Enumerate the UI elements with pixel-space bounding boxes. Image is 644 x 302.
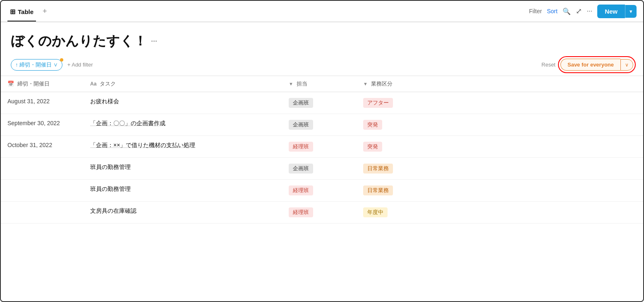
tanto-tag: 企画班 (289, 98, 313, 108)
category-tag: 突発 (363, 142, 382, 152)
category-col-icon: ▼ (363, 81, 368, 86)
table-icon: ⊞ (10, 8, 15, 16)
tanto-cell: 経理班 (282, 202, 357, 224)
reset-filter-button[interactable]: Reset (541, 62, 555, 68)
category-cell: 突発 (357, 136, 643, 158)
category-cell: 日常業務 (357, 180, 643, 202)
tanto-cell: 企画班 (282, 158, 357, 180)
task-col-label: タスク (100, 81, 116, 87)
category-cell: 突発 (357, 114, 643, 136)
save-everyone-button[interactable]: Save for everyone (560, 59, 620, 71)
new-button-group: New ▾ (597, 5, 637, 18)
tanto-cell: 企画班 (282, 92, 357, 114)
tanto-cell: 企画班 (282, 114, 357, 136)
tanto-tag: 経理班 (289, 185, 313, 195)
date-cell (1, 180, 84, 202)
add-view-button[interactable]: + (39, 5, 50, 17)
tanto-tag: 企画班 (289, 164, 313, 174)
date-filter-chip[interactable]: ↑ 締切・開催日 ∨ (11, 59, 62, 71)
task-col-icon: Aa (90, 81, 96, 87)
category-col-label: 業務区分 (371, 81, 393, 87)
resize-icon[interactable]: ⤢ (576, 7, 582, 16)
table-wrapper: 📅 締切・開催日 Aa タスク ▼ 担当 ▼ 業務区分 (1, 76, 643, 301)
category-cell: アフター (357, 92, 643, 114)
date-cell: September 30, 2022 (1, 114, 84, 136)
task-cell: 「企画：〇〇」の企画書作成 (84, 114, 282, 136)
task-cell: 班員の勤務管理 (84, 180, 282, 202)
filter-bar: ↑ 締切・開催日 ∨ + Add filter Reset Save for e… (1, 55, 643, 76)
tanto-tag: 企画班 (289, 120, 313, 130)
tanto-tag: 経理班 (289, 142, 313, 152)
table-row[interactable]: 文房具の在庫確認経理班年度中 (1, 202, 643, 224)
page-header: ぼくのかんりたすく！ ··· (1, 22, 643, 55)
tanto-col-label: 担当 (297, 81, 307, 87)
top-bar: ⊞ Table + Filter Sort 🔍 ⤢ ··· New ▾ (1, 1, 643, 22)
filter-button[interactable]: Filter (529, 8, 542, 14)
table-row[interactable]: September 30, 2022「企画：〇〇」の企画書作成企画班突発 (1, 114, 643, 136)
table-row[interactable]: 班員の勤務管理経理班日常業務 (1, 180, 643, 202)
save-everyone-group: Save for everyone ∨ (560, 59, 633, 71)
add-filter-button[interactable]: + Add filter (67, 62, 93, 68)
col-header-date: 📅 締切・開催日 (1, 76, 84, 92)
tanto-cell: 経理班 (282, 180, 357, 202)
new-button-chevron[interactable]: ▾ (625, 5, 637, 18)
date-cell: August 31, 2022 (1, 92, 84, 114)
search-icon[interactable]: 🔍 (563, 7, 571, 15)
new-button[interactable]: New (597, 5, 625, 18)
sort-button[interactable]: Sort (547, 8, 558, 14)
category-cell: 年度中 (357, 202, 643, 224)
category-cell: 日常業務 (357, 158, 643, 180)
filter-active-dot (60, 58, 63, 62)
date-col-icon: 📅 (7, 81, 14, 87)
task-cell: 文房具の在庫確認 (84, 202, 282, 224)
category-tag: 突発 (363, 120, 382, 130)
col-header-tanto: ▼ 担当 (282, 76, 357, 92)
page-title-more-icon[interactable]: ··· (151, 37, 157, 46)
col-header-category: ▼ 業務区分 (357, 76, 643, 92)
date-filter-label: ↑ 締切・開催日 ∨ (15, 61, 58, 69)
toolbar-actions: Filter Sort 🔍 ⤢ ··· New ▾ (529, 5, 637, 18)
tanto-col-icon: ▼ (289, 81, 293, 86)
more-options-icon[interactable]: ··· (587, 7, 592, 15)
category-tag: 日常業務 (363, 164, 393, 174)
tab-label: Table (18, 8, 34, 15)
date-cell: October 31, 2022 (1, 136, 84, 158)
table-row[interactable]: October 31, 2022「企画：××」で借りた機材の支払い処理経理班突発 (1, 136, 643, 158)
page-title-text: ぼくのかんりたすく！ (11, 32, 147, 50)
tanto-tag: 経理班 (289, 207, 313, 217)
table-row[interactable]: 班員の勤務管理企画班日常業務 (1, 158, 643, 180)
table-header-row: 📅 締切・開催日 Aa タスク ▼ 担当 ▼ 業務区分 (1, 76, 643, 92)
table-tab[interactable]: ⊞ Table (7, 1, 36, 21)
task-cell: お疲れ様会 (84, 92, 282, 114)
tanto-cell: 経理班 (282, 136, 357, 158)
table-row[interactable]: August 31, 2022お疲れ様会企画班アフター (1, 92, 643, 114)
category-tag: 年度中 (363, 207, 388, 217)
task-cell: 班員の勤務管理 (84, 158, 282, 180)
date-col-label: 締切・開催日 (17, 81, 50, 87)
col-header-task: Aa タスク (84, 76, 282, 92)
category-tag: アフター (363, 98, 393, 108)
date-cell (1, 158, 84, 180)
task-cell: 「企画：××」で借りた機材の支払い処理 (84, 136, 282, 158)
main-table: 📅 締切・開催日 Aa タスク ▼ 担当 ▼ 業務区分 (1, 76, 643, 224)
date-cell (1, 202, 84, 224)
category-tag: 日常業務 (363, 185, 393, 195)
save-everyone-chevron[interactable]: ∨ (620, 59, 633, 71)
page-title-row: ぼくのかんりたすく！ ··· (11, 32, 633, 50)
